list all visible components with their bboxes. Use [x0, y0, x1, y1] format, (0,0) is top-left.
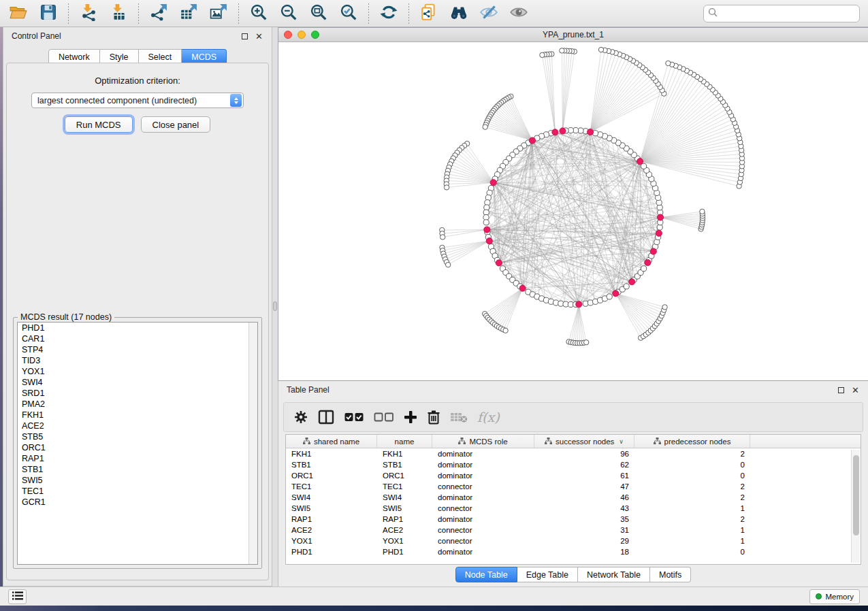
column-visibility-button[interactable] — [318, 408, 334, 426]
tab-node-table[interactable]: Node Table — [455, 567, 517, 582]
network-leaf-node[interactable] — [662, 305, 667, 310]
mcds-result-item[interactable]: YOX1 — [18, 366, 257, 377]
search-input[interactable] — [721, 9, 855, 18]
network-view[interactable] — [278, 42, 868, 380]
table-row[interactable]: STB1STB1dominator620 — [286, 459, 861, 470]
export-network-button[interactable] — [146, 3, 172, 24]
import-table-button[interactable] — [106, 3, 131, 24]
network-leaf-node[interactable] — [444, 185, 449, 190]
zoom-fit-button[interactable] — [306, 3, 332, 24]
first-neighbors-button[interactable] — [446, 3, 472, 24]
mcds-result-list[interactable]: PHD1CAR1STP4TID3YOX1SWI4SRD1PMA2FKH1ACE2… — [17, 322, 258, 565]
network-leaf-node[interactable] — [560, 48, 564, 53]
table-row[interactable]: SWI5SWI5connector431 — [286, 503, 861, 514]
network-leaf-node[interactable] — [483, 125, 487, 129]
create-column-button[interactable] — [404, 408, 417, 426]
clone-network-button[interactable] — [416, 3, 442, 24]
network-leaf-node[interactable] — [440, 235, 445, 240]
column-header-predecessor-nodes[interactable]: predecessor nodes — [634, 435, 750, 448]
mcds-node[interactable] — [519, 285, 526, 291]
network-node[interactable] — [483, 220, 489, 225]
table-row[interactable]: RAP1RAP1dominator352 — [286, 514, 861, 525]
mcds-result-item[interactable]: RAP1 — [18, 453, 257, 464]
save-session-button[interactable] — [35, 3, 61, 24]
tab-network-table[interactable]: Network Table — [578, 567, 650, 582]
mcds-result-item[interactable]: GCR1 — [18, 497, 257, 508]
mcds-result-item[interactable]: SWI5 — [18, 475, 257, 486]
show-all-button[interactable] — [506, 3, 532, 24]
mcds-node[interactable] — [490, 180, 496, 186]
close-panel-button[interactable]: Close panel — [141, 116, 211, 133]
network-leaf-node[interactable] — [540, 52, 545, 57]
open-file-button[interactable] — [5, 3, 31, 24]
mcds-result-item[interactable]: ACE2 — [18, 420, 257, 431]
export-table-button[interactable] — [176, 3, 202, 24]
window-zoom-traffic-light[interactable] — [311, 31, 319, 39]
mcds-result-item[interactable]: PHD1 — [18, 323, 257, 333]
delete-column-button[interactable] — [427, 408, 440, 426]
export-image-button[interactable] — [206, 3, 231, 24]
mcds-result-item[interactable]: STB1 — [18, 464, 257, 475]
table-row[interactable]: ORC1ORC1dominator610 — [286, 470, 861, 481]
mcds-result-scrollbar[interactable] — [248, 323, 257, 564]
table-panel-close-button[interactable]: ✕ — [851, 386, 860, 395]
panel-splitter[interactable] — [272, 27, 278, 587]
mcds-result-item[interactable]: STB5 — [18, 431, 257, 442]
network-leaf-node[interactable] — [700, 209, 705, 214]
table-row[interactable]: ACE2ACE2connector311 — [286, 525, 861, 535]
mcds-node[interactable] — [629, 279, 635, 285]
search-box[interactable] — [703, 5, 860, 22]
network-node[interactable] — [641, 266, 646, 271]
table-row[interactable]: TEC1TEC1connector472 — [286, 481, 861, 492]
mcds-node[interactable] — [552, 129, 558, 135]
mcds-node[interactable] — [645, 259, 651, 265]
mcds-result-item[interactable]: FKH1 — [18, 410, 257, 420]
zoom-in-button[interactable] — [246, 3, 272, 24]
table-row[interactable]: YOX1YOX1connector291 — [286, 535, 861, 546]
mcds-node[interactable] — [637, 159, 643, 165]
mcds-node[interactable] — [486, 238, 492, 244]
mcds-node[interactable] — [560, 128, 566, 134]
table-row[interactable]: PHD1PHD1dominator180 — [286, 546, 861, 557]
mcds-result-item[interactable]: PMA2 — [18, 399, 257, 410]
network-leaf-node[interactable] — [598, 47, 603, 52]
mcds-node[interactable] — [650, 248, 656, 254]
import-network-button[interactable] — [76, 3, 101, 24]
mcds-node[interactable] — [496, 260, 502, 266]
mcds-node[interactable] — [656, 230, 662, 236]
mcds-node[interactable] — [576, 301, 582, 308]
mcds-result-item[interactable]: TID3 — [18, 355, 257, 366]
mcds-result-item[interactable]: CAR1 — [18, 333, 257, 344]
mcds-result-item[interactable]: TEC1 — [18, 486, 257, 497]
table-scrollbar-thumb[interactable] — [853, 455, 859, 535]
hide-selected-button[interactable] — [476, 3, 502, 24]
status-menu-button[interactable] — [8, 589, 27, 604]
deselect-all-rows-button[interactable] — [374, 408, 394, 426]
mcds-node[interactable] — [657, 214, 663, 220]
column-header-MCDS-role[interactable]: MCDS role — [432, 435, 534, 448]
run-mcds-button[interactable]: Run MCDS — [65, 116, 133, 133]
network-node[interactable] — [607, 294, 612, 299]
column-header-shared-name[interactable]: shared name — [286, 435, 377, 448]
window-minimize-traffic-light[interactable] — [298, 31, 306, 39]
function-builder-button-disabled[interactable]: f(x) — [477, 408, 500, 426]
mcds-result-item[interactable]: SRD1 — [18, 388, 257, 399]
splitter-grip[interactable] — [273, 301, 277, 311]
mcds-node[interactable] — [613, 291, 619, 297]
column-header-successor-nodes[interactable]: successor nodes∨ — [534, 435, 634, 448]
window-close-traffic-light[interactable] — [284, 31, 292, 39]
control-panel-float-button[interactable] — [240, 32, 249, 41]
zoom-selected-button[interactable] — [336, 3, 361, 24]
tab-motifs[interactable]: Motifs — [650, 567, 691, 582]
control-panel-close-button[interactable]: ✕ — [255, 32, 263, 41]
mcds-node[interactable] — [529, 137, 535, 144]
table-panel-float-button[interactable] — [837, 386, 846, 395]
network-leaf-node[interactable] — [503, 328, 508, 333]
mcds-result-item[interactable]: STP4 — [18, 344, 257, 355]
table-row[interactable]: FKH1FKH1dominator962 — [286, 448, 861, 459]
optimization-criterion-select[interactable]: largest connected component (undirected) — [31, 93, 244, 108]
node-table[interactable]: shared namenameMCDS rolesuccessor nodes∨… — [285, 434, 861, 565]
mcds-result-item[interactable]: SWI4 — [18, 377, 257, 388]
network-leaf-node[interactable] — [445, 262, 450, 267]
network-leaf-node[interactable] — [666, 61, 671, 65]
